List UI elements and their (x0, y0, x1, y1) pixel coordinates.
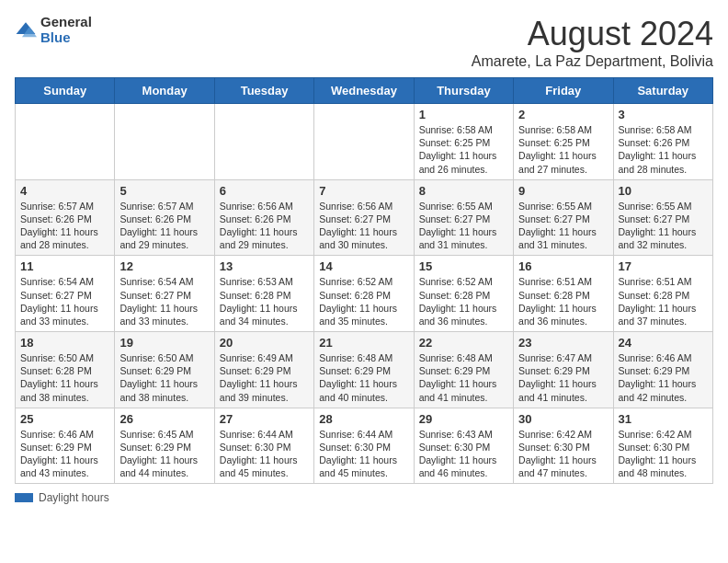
calendar-cell: 20Sunrise: 6:49 AMSunset: 6:29 PMDayligh… (214, 332, 313, 408)
location-subtitle: Amarete, La Paz Department, Bolivia (472, 53, 713, 70)
day-number: 16 (518, 259, 608, 273)
day-info: Sunrise: 6:56 AMSunset: 6:27 PMDaylight:… (319, 200, 408, 252)
day-info: Sunrise: 6:42 AMSunset: 6:30 PMDaylight:… (619, 428, 708, 480)
day-number: 20 (220, 336, 309, 350)
weekday-header-friday: Friday (514, 78, 613, 104)
calendar-cell: 7Sunrise: 6:56 AMSunset: 6:27 PMDaylight… (314, 179, 414, 256)
day-info: Sunrise: 6:53 AMSunset: 6:28 PMDaylight:… (220, 275, 309, 327)
calendar-cell (314, 104, 414, 180)
day-info: Sunrise: 6:55 AMSunset: 6:27 PMDaylight:… (619, 200, 708, 252)
day-info: Sunrise: 6:54 AMSunset: 6:27 PMDaylight:… (119, 275, 209, 327)
day-info: Sunrise: 6:54 AMSunset: 6:27 PMDaylight:… (20, 275, 109, 327)
day-number: 31 (619, 412, 708, 426)
calendar-cell: 12Sunrise: 6:54 AMSunset: 6:27 PMDayligh… (115, 256, 214, 332)
day-number: 11 (20, 259, 109, 273)
day-number: 3 (619, 108, 708, 121)
calendar-cell: 22Sunrise: 6:48 AMSunset: 6:29 PMDayligh… (414, 332, 513, 408)
calendar-week-2: 4Sunrise: 6:57 AMSunset: 6:26 PMDaylight… (16, 179, 713, 256)
calendar-week-3: 11Sunrise: 6:54 AMSunset: 6:27 PMDayligh… (16, 256, 713, 332)
logo: General Blue (15, 15, 92, 45)
day-number: 2 (518, 108, 608, 121)
day-info: Sunrise: 6:48 AMSunset: 6:29 PMDaylight:… (419, 351, 508, 404)
day-number: 28 (319, 412, 408, 426)
weekday-header-sunday: Sunday (16, 78, 115, 104)
day-number: 26 (119, 412, 209, 426)
logo-general: General (40, 14, 92, 29)
day-info: Sunrise: 6:51 AMSunset: 6:28 PMDaylight:… (619, 275, 708, 327)
calendar-cell: 8Sunrise: 6:55 AMSunset: 6:27 PMDaylight… (414, 179, 513, 256)
calendar-cell: 4Sunrise: 6:57 AMSunset: 6:26 PMDaylight… (16, 179, 115, 256)
calendar-cell (214, 104, 313, 180)
day-info: Sunrise: 6:55 AMSunset: 6:27 PMDaylight:… (518, 200, 608, 252)
day-number: 18 (20, 336, 109, 350)
day-number: 19 (119, 336, 209, 350)
calendar-cell: 24Sunrise: 6:46 AMSunset: 6:29 PMDayligh… (613, 332, 712, 408)
day-info: Sunrise: 6:47 AMSunset: 6:29 PMDaylight:… (518, 351, 608, 404)
day-number: 22 (419, 336, 508, 350)
day-info: Sunrise: 6:42 AMSunset: 6:30 PMDaylight:… (518, 428, 608, 480)
calendar-cell: 30Sunrise: 6:42 AMSunset: 6:30 PMDayligh… (514, 408, 613, 484)
calendar-cell (16, 104, 115, 180)
day-info: Sunrise: 6:57 AMSunset: 6:26 PMDaylight:… (20, 200, 109, 252)
day-info: Sunrise: 6:44 AMSunset: 6:30 PMDaylight:… (220, 428, 309, 480)
day-info: Sunrise: 6:57 AMSunset: 6:26 PMDaylight:… (119, 200, 209, 252)
day-number: 17 (619, 259, 708, 273)
day-number: 13 (220, 259, 309, 273)
calendar-cell: 16Sunrise: 6:51 AMSunset: 6:28 PMDayligh… (514, 256, 613, 332)
calendar-cell: 13Sunrise: 6:53 AMSunset: 6:28 PMDayligh… (214, 256, 313, 332)
calendar-cell: 17Sunrise: 6:51 AMSunset: 6:28 PMDayligh… (613, 256, 712, 332)
weekday-header-saturday: Saturday (613, 78, 712, 104)
weekday-header-monday: Monday (115, 78, 214, 104)
weekday-header-wednesday: Wednesday (314, 78, 414, 104)
day-info: Sunrise: 6:44 AMSunset: 6:30 PMDaylight:… (319, 428, 408, 480)
calendar-cell: 28Sunrise: 6:44 AMSunset: 6:30 PMDayligh… (314, 408, 414, 484)
day-number: 10 (619, 184, 708, 198)
day-info: Sunrise: 6:58 AMSunset: 6:25 PMDaylight:… (419, 123, 508, 176)
day-number: 12 (119, 259, 209, 273)
month-title: August 2024 (472, 15, 713, 53)
daylight-label: Daylight hours (39, 491, 109, 504)
day-info: Sunrise: 6:56 AMSunset: 6:26 PMDaylight:… (220, 200, 309, 252)
day-number: 7 (319, 184, 408, 198)
day-number: 9 (518, 184, 608, 198)
calendar-cell: 25Sunrise: 6:46 AMSunset: 6:29 PMDayligh… (16, 408, 115, 484)
day-info: Sunrise: 6:52 AMSunset: 6:28 PMDaylight:… (419, 275, 508, 327)
calendar-cell: 6Sunrise: 6:56 AMSunset: 6:26 PMDaylight… (214, 179, 313, 256)
day-info: Sunrise: 6:46 AMSunset: 6:29 PMDaylight:… (619, 351, 708, 404)
day-number: 21 (319, 336, 408, 350)
calendar-cell (115, 104, 214, 180)
day-info: Sunrise: 6:58 AMSunset: 6:26 PMDaylight:… (619, 123, 708, 176)
calendar-week-1: 1Sunrise: 6:58 AMSunset: 6:25 PMDaylight… (16, 104, 713, 180)
calendar-cell: 18Sunrise: 6:50 AMSunset: 6:28 PMDayligh… (16, 332, 115, 408)
calendar-week-5: 25Sunrise: 6:46 AMSunset: 6:29 PMDayligh… (16, 408, 713, 484)
day-number: 24 (619, 336, 708, 350)
calendar-table: SundayMondayTuesdayWednesdayThursdayFrid… (15, 77, 713, 484)
day-number: 30 (518, 412, 608, 426)
day-number: 15 (419, 259, 508, 273)
day-info: Sunrise: 6:45 AMSunset: 6:29 PMDaylight:… (119, 428, 209, 480)
weekday-header-thursday: Thursday (414, 78, 513, 104)
day-info: Sunrise: 6:50 AMSunset: 6:28 PMDaylight:… (20, 351, 109, 404)
day-number: 27 (220, 412, 309, 426)
calendar-cell: 31Sunrise: 6:42 AMSunset: 6:30 PMDayligh… (613, 408, 712, 484)
day-number: 8 (419, 184, 508, 198)
daylight-legend-bar (15, 493, 33, 502)
logo-blue: Blue (40, 29, 71, 45)
calendar-cell: 1Sunrise: 6:58 AMSunset: 6:25 PMDaylight… (414, 104, 513, 180)
logo-icon (15, 19, 37, 41)
calendar-cell: 26Sunrise: 6:45 AMSunset: 6:29 PMDayligh… (115, 408, 214, 484)
day-info: Sunrise: 6:48 AMSunset: 6:29 PMDaylight:… (319, 351, 408, 404)
calendar-cell: 9Sunrise: 6:55 AMSunset: 6:27 PMDaylight… (514, 179, 613, 256)
calendar-week-4: 18Sunrise: 6:50 AMSunset: 6:28 PMDayligh… (16, 332, 713, 408)
day-number: 29 (419, 412, 508, 426)
calendar-cell: 19Sunrise: 6:50 AMSunset: 6:29 PMDayligh… (115, 332, 214, 408)
calendar-cell: 14Sunrise: 6:52 AMSunset: 6:28 PMDayligh… (314, 256, 414, 332)
day-info: Sunrise: 6:55 AMSunset: 6:27 PMDaylight:… (419, 200, 508, 252)
weekday-header-tuesday: Tuesday (214, 78, 313, 104)
day-info: Sunrise: 6:46 AMSunset: 6:29 PMDaylight:… (20, 428, 109, 480)
day-info: Sunrise: 6:49 AMSunset: 6:29 PMDaylight:… (220, 351, 309, 404)
day-number: 5 (119, 184, 209, 198)
calendar-cell: 23Sunrise: 6:47 AMSunset: 6:29 PMDayligh… (514, 332, 613, 408)
calendar-cell: 2Sunrise: 6:58 AMSunset: 6:25 PMDaylight… (514, 104, 613, 180)
day-info: Sunrise: 6:50 AMSunset: 6:29 PMDaylight:… (119, 351, 209, 404)
